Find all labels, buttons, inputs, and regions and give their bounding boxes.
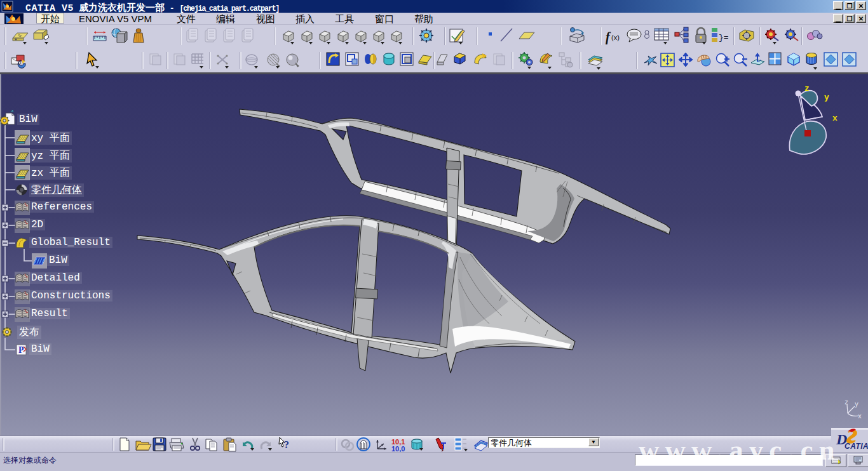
svg-text:}=: }= xyxy=(719,33,729,43)
svg-text:y: y xyxy=(824,93,829,102)
svg-text:y: y xyxy=(855,401,858,408)
svg-text:?: ? xyxy=(284,439,289,450)
svg-text:x: x xyxy=(832,114,837,123)
svg-text:z: z xyxy=(804,84,810,93)
svg-text:f: f xyxy=(606,30,611,44)
svg-text:x: x xyxy=(858,413,862,420)
svg-text:(x): (x) xyxy=(611,34,620,41)
svg-text:CATIA: CATIA xyxy=(844,442,868,451)
svg-text:P: P xyxy=(18,345,24,355)
svg-text:z: z xyxy=(844,399,848,406)
